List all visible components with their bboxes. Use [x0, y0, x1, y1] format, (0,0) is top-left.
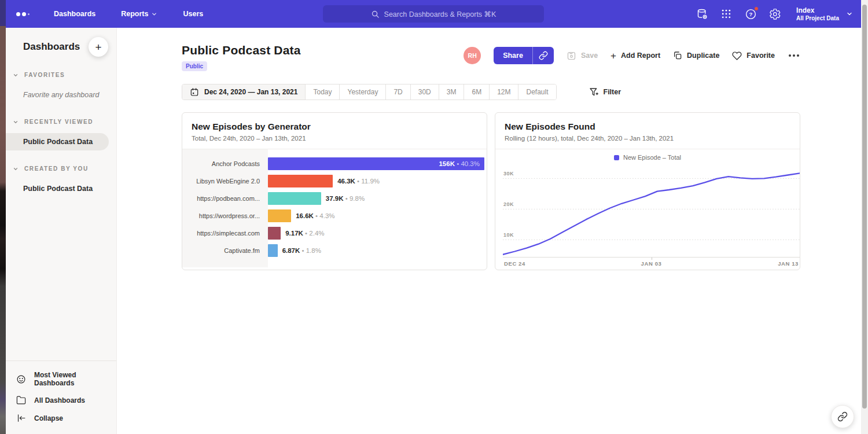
- sidebar-section-header[interactable]: RECENTLY VIEWED: [6, 119, 116, 125]
- date-range-button[interactable]: Dec 24, 2020 — Jan 13, 2021: [182, 84, 305, 100]
- bar: [268, 244, 278, 257]
- app-logo[interactable]: [16, 12, 30, 16]
- project-name: Index: [796, 6, 839, 15]
- bar-category-label: Anchor Podcasts: [182, 160, 268, 167]
- sidebar-item-label: All Dashboards: [34, 396, 85, 404]
- bar: [268, 175, 333, 187]
- help-icon[interactable]: ?: [744, 8, 757, 20]
- sidebar-sections: FAVORITESFavorite any dashboardRECENTLY …: [6, 72, 116, 197]
- bar-track: 46.3K • 11.9%: [268, 175, 487, 187]
- bar: [268, 209, 291, 222]
- navbar-right: ? Index All Project Data: [696, 0, 853, 28]
- sidebar-dashboard-link[interactable]: Public Podcast Data: [6, 180, 116, 197]
- date-preset-30d[interactable]: 30D: [410, 84, 439, 100]
- bar-category-label: Libsyn WebEngine 2.0: [182, 178, 268, 185]
- apps-grid-icon[interactable]: [720, 8, 733, 20]
- x-axis-tickmark: [652, 258, 652, 260]
- bar: [268, 227, 281, 240]
- heart-icon: [732, 51, 742, 61]
- scrollbar-thumb[interactable]: [862, 5, 867, 409]
- date-toolbar: Dec 24, 2020 — Jan 13, 2021 TodayYesterd…: [182, 84, 800, 100]
- nav-item-dashboards[interactable]: Dashboards: [54, 10, 95, 18]
- line-series: [503, 173, 800, 254]
- date-preset-today[interactable]: Today: [305, 84, 339, 100]
- date-preset-12m[interactable]: 12M: [489, 84, 518, 100]
- bar-row[interactable]: Anchor Podcasts156K • 40.3%: [182, 155, 487, 172]
- bar-value-label: 9.17K • 2.4%: [285, 230, 324, 237]
- nav-item-users[interactable]: Users: [183, 10, 203, 18]
- duplicate-button[interactable]: Duplicate: [673, 51, 719, 60]
- date-preset-yesterday[interactable]: Yesterday: [339, 84, 385, 100]
- gear-icon[interactable]: [768, 8, 781, 20]
- date-preset-6m[interactable]: 6M: [464, 84, 489, 100]
- nav-item-label: Users: [183, 10, 203, 18]
- background-window-sliver: [0, 0, 6, 434]
- data-source-icon[interactable]: [696, 8, 708, 20]
- bar-value-label: 37.9K • 9.8%: [326, 195, 365, 202]
- chevron-down-icon: [151, 11, 157, 17]
- svg-text:?: ?: [749, 11, 752, 17]
- bar-row[interactable]: https://simplecast.com9.17K • 2.4%: [182, 225, 487, 242]
- date-preset-7d[interactable]: 7D: [385, 84, 410, 100]
- sidebar-section: RECENTLY VIEWEDPublic Podcast Data: [6, 119, 116, 150]
- card-title: New Episodes Found: [505, 122, 790, 132]
- card-subtitle: Total, Dec 24th, 2020 – Jan 13th, 2021: [192, 135, 477, 142]
- x-axis: DEC 24 JAN 03 JAN 13: [503, 257, 800, 270]
- global-search-input[interactable]: Search Dashboards & Reports ⌘K: [323, 5, 544, 23]
- sidebar-item-most-viewed[interactable]: Most Viewed Dashboards: [6, 367, 116, 391]
- bar-row[interactable]: https://podbean.com...37.9K • 9.8%: [182, 190, 487, 207]
- date-range-control: Dec 24, 2020 — Jan 13, 2021 TodayYesterd…: [182, 84, 557, 100]
- project-switcher[interactable]: Index All Project Data: [796, 6, 853, 21]
- bar-row[interactable]: https://wordpress.or...16.6K • 4.3%: [182, 207, 487, 225]
- primary-nav: Dashboards Reports Users: [54, 10, 229, 18]
- x-tick-end: JAN 13: [778, 260, 799, 267]
- sidebar-item-all-dashboards[interactable]: All Dashboards: [6, 391, 116, 409]
- smiley-icon: [16, 374, 26, 384]
- y-tick-label: 20K: [503, 201, 514, 207]
- save-button[interactable]: Save: [567, 51, 598, 61]
- link-icon: [539, 51, 548, 60]
- bar-chart: Anchor Podcasts156K • 40.3%Libsyn WebEng…: [182, 149, 487, 267]
- line-plot-svg: [503, 164, 800, 257]
- add-report-button[interactable]: + Add Report: [610, 51, 660, 61]
- bar-category-label: https://simplecast.com: [182, 230, 268, 237]
- bar-row[interactable]: Libsyn WebEngine 2.046.3K • 11.9%: [182, 172, 487, 190]
- y-tick-label: 30K: [503, 171, 514, 176]
- x-tick-mid: JAN 03: [641, 260, 662, 267]
- legend-swatch: [614, 155, 619, 160]
- sidebar-section-header[interactable]: CREATED BY YOU: [6, 165, 116, 172]
- filter-button[interactable]: Filter: [589, 87, 621, 97]
- more-options-button[interactable]: [788, 51, 800, 60]
- share-link-button[interactable]: [532, 47, 554, 64]
- add-dashboard-button[interactable]: +: [89, 37, 108, 57]
- x-tick-start: DEC 24: [504, 260, 525, 267]
- floating-share-link-button[interactable]: [831, 405, 854, 428]
- action-label: Duplicate: [687, 52, 719, 60]
- chevron-down-icon: [13, 166, 19, 172]
- project-subtitle: All Project Data: [796, 15, 839, 21]
- share-button[interactable]: Share: [494, 47, 532, 64]
- sidebar-collapse-button[interactable]: Collapse: [6, 409, 116, 427]
- date-preset-3m[interactable]: 3M: [439, 84, 464, 100]
- avatar[interactable]: RH: [464, 47, 481, 64]
- bar-row[interactable]: Captivate.fm6.87K • 1.8%: [182, 242, 487, 259]
- sidebar-dashboard-link[interactable]: Public Podcast Data: [6, 133, 109, 150]
- page-scrollbar[interactable]: [861, 0, 868, 434]
- date-preset-default[interactable]: Default: [518, 84, 556, 100]
- sidebar-footer: Most Viewed Dashboards All Dashboards Co…: [6, 361, 116, 434]
- favorite-button[interactable]: Favorite: [732, 51, 775, 61]
- date-range-label: Dec 24, 2020 — Jan 13, 2021: [204, 88, 297, 96]
- sidebar-section: CREATED BY YOUPublic Podcast Data: [6, 165, 116, 197]
- nav-item-reports[interactable]: Reports: [121, 10, 157, 18]
- sidebar-placeholder-text: Favorite any dashboard: [6, 86, 116, 104]
- sidebar-section-header[interactable]: FAVORITES: [6, 72, 116, 78]
- bar-value-label: 156K • 40.3%: [439, 160, 480, 167]
- page-title: Public Podcast Data: [182, 43, 301, 57]
- action-label: Add Report: [621, 52, 660, 60]
- chart-legend: New Episode – Total: [495, 150, 800, 164]
- notification-badge: [754, 6, 759, 11]
- sidebar-title: Dashboards: [23, 41, 80, 53]
- bar: [268, 192, 321, 205]
- plus-icon: +: [610, 51, 616, 61]
- line-chart: New Episode – Total 10K20K30K DEC 24 JAN…: [495, 150, 800, 270]
